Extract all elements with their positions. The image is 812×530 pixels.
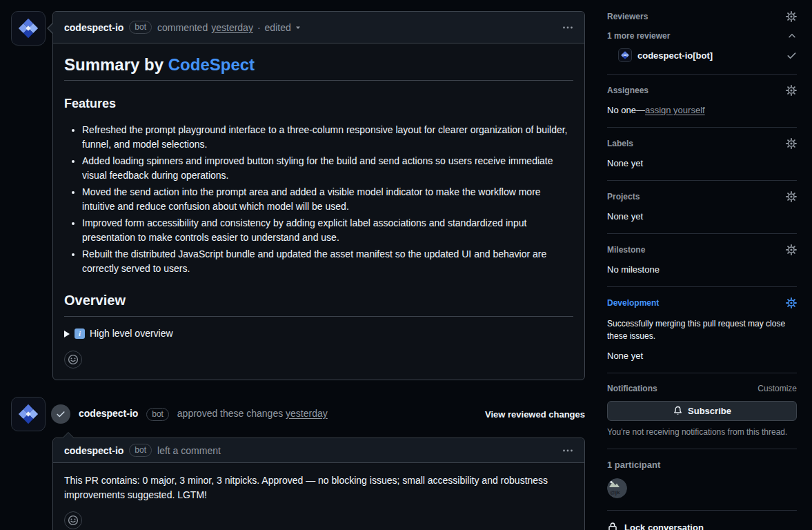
- review-timestamp[interactable]: yesterday: [286, 408, 328, 419]
- notifications-section: Notifications Customize Subscribe You're…: [607, 373, 797, 449]
- overview-heading: Overview: [64, 290, 573, 317]
- comment-header: codespect-io bot left a comment: [53, 438, 584, 463]
- avatar[interactable]: [11, 397, 46, 431]
- chevron-up-icon[interactable]: [787, 31, 797, 41]
- summary-heading: Summary by CodeSpect: [64, 55, 573, 81]
- lock-conversation-label: Lock conversation: [624, 522, 704, 530]
- assignees-value: No one—assign yourself: [607, 105, 797, 115]
- broken-image-avatar-icon: [607, 478, 627, 498]
- features-list: Refreshed the prompt playground interfac…: [64, 123, 573, 276]
- bot-summary-comment: codespect-io bot commented yesterday · e…: [11, 11, 585, 380]
- gear-icon[interactable]: [786, 85, 797, 96]
- projects-title: Projects: [607, 192, 640, 202]
- comment-author[interactable]: codespect-io: [64, 22, 123, 33]
- gear-icon[interactable]: [786, 297, 797, 308]
- more-reviewer-row[interactable]: 1 more reviewer: [607, 31, 797, 41]
- features-heading: Features: [64, 95, 573, 113]
- kebab-menu-icon[interactable]: [562, 445, 573, 456]
- avatar[interactable]: [618, 48, 632, 62]
- development-section: Development Successfully merging this pu…: [607, 287, 797, 373]
- codespect-logo-icon: [620, 50, 630, 60]
- assignees-title: Assignees: [607, 86, 648, 95]
- review-author[interactable]: codespect-io: [79, 408, 138, 419]
- bot-badge: bot: [146, 408, 169, 421]
- add-reaction-button[interactable]: [64, 511, 82, 529]
- milestone-section: Milestone No milestone: [607, 234, 797, 287]
- assignees-section: Assignees No one—assign yourself: [607, 75, 797, 128]
- comment-timestamp[interactable]: yesterday: [211, 22, 253, 33]
- participants-section: 1 participant: [607, 449, 797, 511]
- bot-badge: bot: [129, 21, 152, 34]
- milestone-value: No milestone: [607, 264, 797, 275]
- add-reaction-button[interactable]: [64, 351, 82, 369]
- view-reviewed-changes-link[interactable]: View reviewed changes: [485, 409, 585, 420]
- labels-section: Labels None yet: [607, 128, 797, 181]
- review-comment-text: This PR contains: 0 major, 3 minor, 3 ni…: [64, 473, 573, 502]
- gear-icon[interactable]: [786, 244, 797, 255]
- reviewer-name[interactable]: codespect-io[bot]: [637, 50, 713, 61]
- comment-card: codespect-io bot commented yesterday · e…: [52, 11, 585, 380]
- lock-conversation-button[interactable]: Lock conversation: [607, 511, 797, 530]
- left-comment-label: left a comment: [157, 445, 221, 456]
- reviewers-section: Reviewers 1 more reviewer codespect-io[b…: [607, 11, 797, 75]
- codespect-logo-icon: [17, 17, 40, 40]
- assign-yourself-link[interactable]: assign yourself: [645, 105, 705, 115]
- list-item: Added loading spinners and improved butt…: [82, 154, 573, 183]
- participants-title: 1 participant: [607, 460, 797, 470]
- high-level-overview-details: i High level overview: [64, 326, 573, 341]
- review-event-text: codespect-io bot approved these changes …: [79, 408, 328, 421]
- review-comment: codespect-io bot left a comment This PR …: [52, 438, 585, 530]
- approved-check-badge: [51, 404, 70, 424]
- lock-icon: [607, 522, 618, 530]
- customize-link[interactable]: Customize: [757, 384, 797, 393]
- avatar[interactable]: [11, 11, 46, 46]
- codespect-logo-icon: [17, 402, 40, 426]
- edited-dropdown-icon[interactable]: [294, 23, 302, 32]
- labels-value: None yet: [607, 158, 797, 168]
- timeline-column: codespect-io bot commented yesterday · e…: [11, 11, 585, 530]
- projects-value: None yet: [607, 211, 797, 222]
- review-action: approved these changes: [177, 408, 283, 419]
- comment-author[interactable]: codespect-io: [64, 445, 123, 456]
- overview-toggle-label: High level overview: [90, 326, 173, 341]
- reviewers-title: Reviewers: [607, 12, 648, 21]
- reviewer-row: codespect-io[bot]: [607, 48, 797, 62]
- notifications-title: Notifications: [607, 384, 657, 393]
- disclosure-triangle-icon: [64, 331, 70, 337]
- comment-header: codespect-io bot commented yesterday · e…: [53, 12, 584, 43]
- gear-icon[interactable]: [786, 11, 797, 22]
- more-reviewer-label: 1 more reviewer: [607, 31, 670, 41]
- list-item: Rebuilt the distributed JavaScript bundl…: [82, 247, 573, 276]
- bell-icon: [673, 406, 683, 416]
- codespect-link[interactable]: CodeSpect: [168, 55, 255, 74]
- kebab-menu-icon[interactable]: [562, 22, 573, 33]
- list-item: Refreshed the prompt playground interfac…: [82, 123, 573, 152]
- approved-check-icon: [786, 50, 797, 61]
- review-comment-body: This PR contains: 0 major, 3 minor, 3 ni…: [53, 463, 584, 530]
- projects-section: Projects None yet: [607, 181, 797, 234]
- review-event-row: codespect-io bot approved these changes …: [11, 397, 585, 431]
- gear-icon[interactable]: [786, 191, 797, 202]
- notifications-status: You're not receiving notifications from …: [607, 427, 797, 437]
- high-level-overview-toggle[interactable]: i High level overview: [64, 326, 573, 341]
- labels-title: Labels: [607, 139, 633, 148]
- comment-action: commented: [157, 22, 208, 33]
- info-emoji-icon: i: [75, 328, 85, 339]
- bot-badge: bot: [129, 444, 152, 457]
- pr-conversation-page: codespect-io bot commented yesterday · e…: [0, 0, 812, 530]
- subscribe-button[interactable]: Subscribe: [607, 401, 797, 421]
- smiley-icon: [68, 354, 79, 365]
- edited-label[interactable]: edited: [265, 22, 291, 33]
- list-item: Improved form accessibility and consiste…: [82, 216, 573, 245]
- development-description: Successfully merging this pull request m…: [607, 317, 797, 342]
- gear-icon[interactable]: [786, 138, 797, 149]
- development-title[interactable]: Development: [607, 298, 659, 308]
- participant-avatar[interactable]: [607, 478, 627, 498]
- check-icon: [56, 409, 66, 419]
- milestone-title: Milestone: [607, 245, 645, 255]
- smiley-icon: [68, 515, 79, 526]
- list-item: Moved the send action into the prompt ar…: [82, 185, 573, 214]
- development-value: None yet: [607, 351, 797, 361]
- comment-body: Summary by CodeSpect Features Refreshed …: [53, 43, 584, 380]
- comment-card: codespect-io bot left a comment This PR …: [52, 438, 585, 530]
